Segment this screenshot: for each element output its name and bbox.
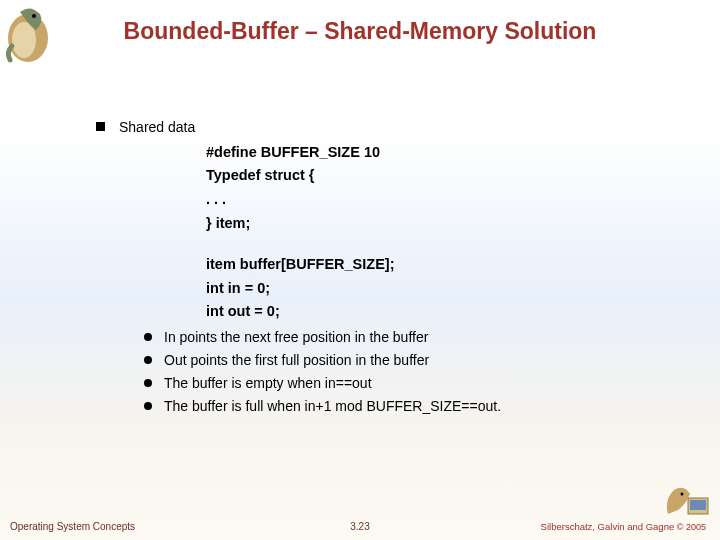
dinosaur-logo-bottom-right (662, 480, 712, 520)
code-block: #define BUFFER_SIZE 10 Typedef struct { … (206, 143, 680, 322)
svg-point-5 (681, 493, 684, 496)
code-line: #define BUFFER_SIZE 10 (206, 143, 680, 163)
list-item: The buffer is full when in+1 mod BUFFER_… (144, 397, 680, 416)
slide-title: Bounded-Buffer – Shared-Memory Solution (0, 18, 720, 45)
list-item: Out points the first full position in th… (144, 351, 680, 370)
bullet-shared-data-label: Shared data (119, 118, 195, 137)
disc-bullet-icon (144, 379, 152, 387)
svg-rect-4 (690, 500, 706, 510)
bullet-shared-data: Shared data (96, 118, 680, 137)
square-bullet-icon (96, 122, 105, 131)
disc-bullet-icon (144, 356, 152, 364)
list-item: In points the next free position in the … (144, 328, 680, 347)
code-line: } item; (206, 214, 680, 234)
list-item-label: The buffer is empty when in==out (164, 374, 372, 393)
footer-authors-text: Silberschatz, Galvin and Gagne (541, 521, 677, 532)
slide-content: Shared data #define BUFFER_SIZE 10 Typed… (96, 118, 680, 419)
code-line: . . . (206, 190, 680, 210)
code-line: Typedef struct { (206, 166, 680, 186)
footer-slide-number: 3.23 (350, 521, 369, 532)
code-line: item buffer[BUFFER_SIZE]; (206, 255, 680, 275)
footer-authors: Silberschatz, Galvin and Gagne © 2005 (541, 521, 706, 532)
code-line: int out = 0; (206, 302, 680, 322)
footer-copyright: © 2005 (677, 522, 706, 532)
list-item-label: In points the next free position in the … (164, 328, 428, 347)
sub-bullets: In points the next free position in the … (144, 328, 680, 416)
footer-book-title: Operating System Concepts (10, 521, 135, 532)
code-line: int in = 0; (206, 279, 680, 299)
disc-bullet-icon (144, 333, 152, 341)
list-item-label: Out points the first full position in th… (164, 351, 429, 370)
disc-bullet-icon (144, 402, 152, 410)
list-item: The buffer is empty when in==out (144, 374, 680, 393)
list-item-label: The buffer is full when in+1 mod BUFFER_… (164, 397, 501, 416)
